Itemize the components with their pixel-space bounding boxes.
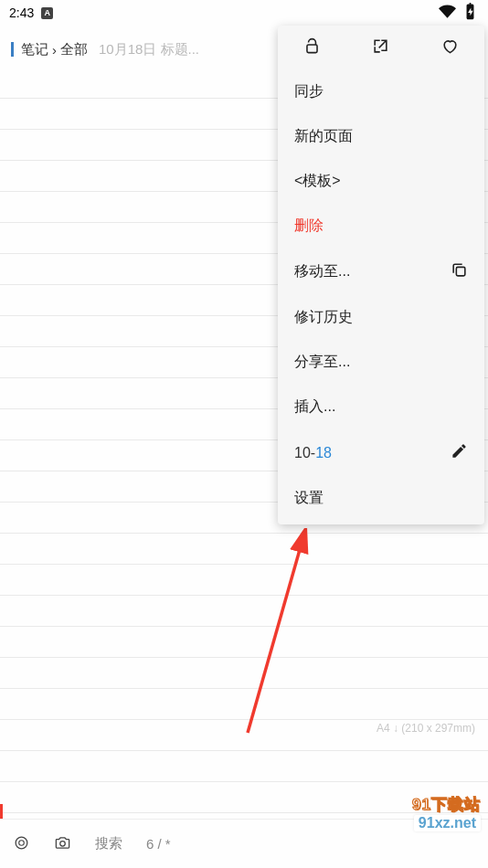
menu-template[interactable]: <模板> [278, 159, 484, 204]
menu-template-label: <模板> [294, 172, 341, 191]
status-time: 2:43 [9, 5, 34, 20]
svg-rect-4 [456, 267, 465, 276]
menu-new-page-label: 新的页面 [294, 127, 353, 146]
wifi-icon [439, 3, 456, 23]
menu-history[interactable]: 修订历史 [278, 295, 484, 340]
menu-move-to[interactable]: 移动至... [278, 249, 484, 295]
lock-icon[interactable] [278, 37, 346, 58]
menu-settings[interactable]: 设置 [278, 476, 484, 521]
menu-share-to-label: 分享至... [294, 353, 350, 372]
menu-date[interactable]: 10-18 [278, 429, 484, 476]
menu-insert[interactable]: 插入... [278, 385, 484, 429]
battery-icon [461, 3, 479, 23]
circle-tool-icon[interactable] [13, 834, 30, 854]
menu-sync[interactable]: 同步 [278, 69, 484, 114]
svg-point-1 [19, 840, 25, 845]
breadcrumb-folder[interactable]: 全部 [60, 41, 88, 58]
menu-date-prefix: 10- [294, 445, 315, 460]
status-a-badge: A [41, 7, 53, 19]
page-size-label: A4 ↓ (210 x 297mm) [377, 722, 475, 735]
copy-icon [451, 261, 468, 282]
breadcrumb-marker [11, 42, 14, 57]
camera-icon[interactable] [54, 834, 71, 854]
menu-icon-row [278, 26, 484, 69]
menu-delete-label: 删除 [294, 217, 324, 236]
page-counter: 6 / * [146, 836, 171, 852]
menu-insert-label: 插入... [294, 397, 335, 417]
menu-history-label: 修订历史 [294, 308, 353, 327]
breadcrumb-sep1: › [52, 42, 57, 58]
menu-date-label: 10-18 [294, 445, 332, 461]
edit-icon[interactable] [451, 442, 468, 463]
bottom-toolbar: 搜索 6 / * [0, 819, 488, 868]
status-bar: 2:43 A [0, 0, 488, 26]
breadcrumb-root[interactable]: 笔记 [21, 41, 48, 58]
menu-move-to-label: 移动至... [294, 262, 350, 281]
menu-share-to[interactable]: 分享至... [278, 340, 484, 385]
overflow-menu: 同步 新的页面 <模板> 删除 移动至... 修订历史 分享至... 插入...… [278, 26, 484, 524]
svg-point-0 [16, 837, 27, 849]
heart-icon[interactable] [416, 37, 484, 58]
svg-point-2 [60, 841, 66, 846]
menu-date-suffix: 18 [315, 445, 332, 460]
open-external-icon[interactable] [346, 37, 415, 58]
search-label[interactable]: 搜索 [95, 835, 122, 852]
breadcrumb-note-title[interactable]: 10月18日 标题... [99, 41, 199, 58]
menu-settings-label: 设置 [294, 489, 324, 508]
menu-new-page[interactable]: 新的页面 [278, 114, 484, 159]
menu-delete[interactable]: 删除 [278, 204, 484, 249]
menu-sync-label: 同步 [294, 82, 324, 101]
svg-rect-3 [307, 44, 317, 52]
